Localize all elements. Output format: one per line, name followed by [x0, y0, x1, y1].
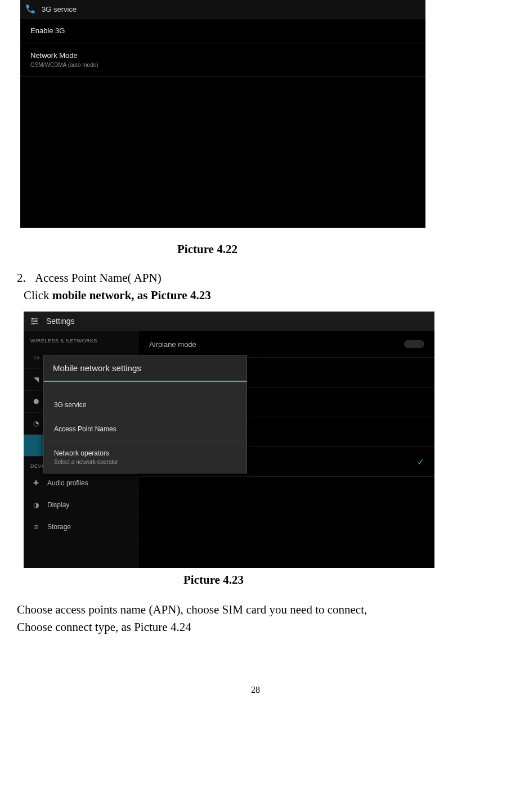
instruction-line: Click mobile network, as Picture 4.23	[24, 288, 494, 303]
display-icon: ◑	[32, 501, 41, 509]
sidebar-item-storage[interactable]: ≡ Storage	[24, 516, 139, 538]
app-bar: Settings	[24, 312, 434, 331]
dialog-item-label: 3G service	[54, 401, 86, 409]
mobile-network-dialog: Mobile network settings 3G service Acces…	[43, 355, 247, 473]
airplane-toggle[interactable]	[404, 340, 424, 348]
wifi-icon: ◥	[32, 376, 41, 384]
screenshot-body: WIRELESS & NETWORKS ▭ SIM management ◥ W…	[24, 331, 434, 568]
dialog-item-sub: Select a network operator	[54, 459, 236, 465]
paragraph-1: Choose access points name (APN), choose …	[17, 603, 494, 617]
page-number: 28	[17, 685, 494, 695]
phone-icon	[25, 3, 36, 15]
svg-point-3	[32, 318, 34, 319]
list-item-2: 2. Access Point Name( APN)	[17, 271, 494, 285]
network-mode-sub: GSM/WCDMA (auto mode)	[30, 62, 415, 68]
caption-4-23: Picture 4.23	[17, 573, 494, 587]
screenshot-3g-service: 3G service Enable 3G Network Mode GSM/WC…	[20, 0, 425, 228]
list-text: Access Point Name( APN)	[35, 271, 162, 285]
bluetooth-icon: ⬢	[32, 398, 41, 405]
audio-icon: ✚	[32, 479, 41, 487]
instruction-bold: mobile network, as Picture 4.23	[52, 288, 211, 302]
screenshot-settings: Settings WIRELESS & NETWORKS ▭ SIM manag…	[24, 312, 434, 567]
storage-icon: ≡	[32, 523, 41, 531]
data-usage-icon: ◔	[32, 419, 41, 427]
dialog-item-3g-service[interactable]: 3G service	[44, 393, 246, 417]
sidebar-section-wireless: WIRELESS & NETWORKS	[24, 331, 139, 347]
enable-3g-label: Enable 3G	[30, 26, 415, 35]
dialog-title: Mobile network settings	[44, 355, 246, 382]
dialog-item-apn[interactable]: Access Point Names	[44, 417, 246, 441]
enable-3g-row[interactable]: Enable 3G	[20, 19, 425, 43]
dialog-item-label: Access Point Names	[54, 425, 116, 433]
app-bar-title: Settings	[46, 317, 75, 326]
sidebar-item-label: Display	[47, 501, 69, 509]
svg-point-5	[33, 323, 34, 324]
instruction-prefix: Click	[24, 288, 52, 302]
list-number: 2.	[17, 271, 33, 285]
sim-icon: ▭	[32, 354, 41, 362]
svg-point-4	[35, 321, 37, 322]
caption-4-22: Picture 4.22	[17, 242, 494, 256]
sidebar-item-display[interactable]: ◑ Display	[24, 494, 139, 516]
screenshot-title: 3G service	[42, 5, 77, 13]
document-page: 3G service Enable 3G Network Mode GSM/WC…	[0, 0, 511, 718]
settings-icon	[29, 316, 39, 326]
sidebar-item-label: Audio profiles	[47, 479, 88, 487]
sidebar-item-label: Storage	[47, 523, 71, 531]
network-mode-row[interactable]: Network Mode GSM/WCDMA (auto mode)	[20, 43, 425, 76]
dialog-item-label: Network operators	[54, 449, 109, 457]
dialog-item-network-operators[interactable]: Network operators Select a network opera…	[44, 441, 246, 473]
screenshot-topbar: 3G service	[20, 0, 425, 19]
network-mode-label: Network Mode	[30, 51, 415, 60]
sidebar-item-audio[interactable]: ✚ Audio profiles	[24, 472, 139, 494]
check-icon: ✓	[417, 457, 424, 467]
paragraph-2: Choose connect type, as Picture 4.24	[17, 620, 494, 634]
airplane-mode-row[interactable]: Airplane mode	[139, 331, 434, 358]
airplane-mode-label: Airplane mode	[149, 340, 196, 349]
